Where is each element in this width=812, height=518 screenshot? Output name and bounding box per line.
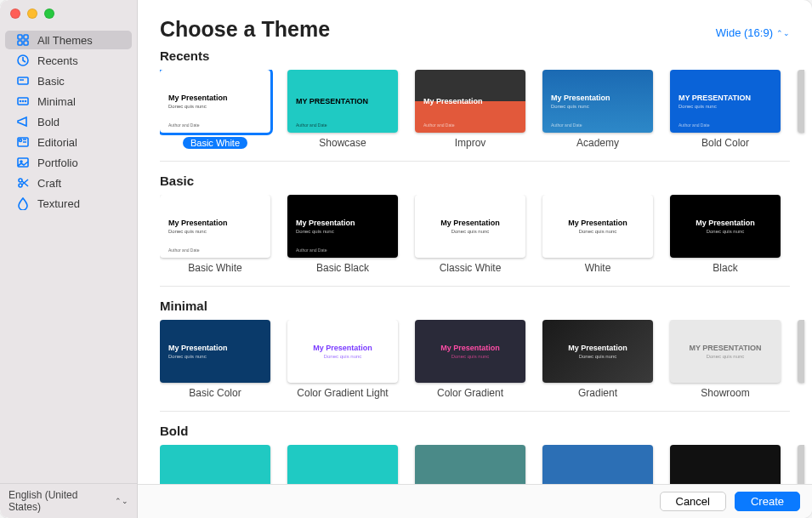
- sidebar-list: All ThemesRecentsBasicMinimalBoldEditori…: [0, 31, 137, 483]
- theme-thumbnail: My PresentationDonec quis nunc: [542, 320, 653, 383]
- sidebar-item-label: Minimal: [37, 95, 76, 108]
- theme-color-gradient[interactable]: My PresentationDonec quis nuncColor Grad…: [415, 320, 525, 399]
- thumb-title: My Presentation: [168, 219, 262, 227]
- theme-grid: My PresentationDonec quis nuncBasic Colo…: [160, 320, 812, 399]
- thumb-subtitle: Donec quis nunc: [679, 104, 772, 109]
- aspect-ratio-select[interactable]: Wide (16:9) ⌃⌄: [716, 26, 790, 39]
- theme-thumbnail: My PresentationDonec quis nunc: [670, 195, 781, 258]
- thumb-author: Author and Date: [168, 122, 199, 128]
- theme-basic-black[interactable]: My PresentationDonec quis nuncAuthor and…: [287, 195, 398, 274]
- theme-gradient[interactable]: My PresentationDonec quis nuncGradient: [542, 320, 653, 399]
- theme-basic-white[interactable]: My PresentationDonec quis nuncAuthor and…: [160, 70, 270, 149]
- svg-point-12: [20, 139, 22, 142]
- theme-thumbnail: My PresentationDonec quis nuncAuthor and…: [160, 70, 270, 133]
- theme-scroll-area[interactable]: RecentsMy PresentationDonec quis nuncAut…: [138, 48, 812, 484]
- theme-improv[interactable]: My PresentationAuthor and DateImprov: [415, 70, 525, 149]
- cancel-button[interactable]: Cancel: [660, 492, 726, 511]
- theme-color-gradient-light[interactable]: My PresentationDonec quis nuncColor Grad…: [287, 320, 398, 399]
- language-label: English (United States): [9, 489, 111, 513]
- sidebar-item-minimal[interactable]: Minimal: [5, 92, 132, 111]
- sidebar: All ThemesRecentsBasicMinimalBoldEditori…: [0, 0, 138, 518]
- thumb-author: Author and Date: [679, 122, 709, 128]
- theme-classic-white[interactable]: My PresentationDonec quis nuncClassic Wh…: [415, 195, 525, 274]
- thumb-title: My Presentation: [568, 344, 627, 352]
- sidebar-item-all-themes[interactable]: All Themes: [5, 31, 132, 49]
- theme-label: Basic White: [183, 137, 247, 149]
- language-select[interactable]: English (United States) ⌃⌄: [0, 483, 137, 518]
- theme-basic-white[interactable]: My PresentationDonec quis nuncAuthor and…: [160, 195, 270, 274]
- zoom-window-button[interactable]: [44, 9, 54, 19]
- create-button[interactable]: Create: [735, 492, 800, 511]
- thumb-title: My Presentation: [313, 344, 372, 352]
- sidebar-item-editorial[interactable]: Editorial: [5, 133, 132, 151]
- theme-showroom[interactable]: MY PRESENTATIONDonec quis nuncShowroom: [670, 320, 781, 399]
- thumb-subtitle: Donec quis nunc: [551, 104, 644, 109]
- thumb-subtitle: Donec quis nunc: [296, 229, 389, 234]
- thumb-subtitle: Donec quis nunc: [451, 354, 490, 359]
- theme-label: Basic White: [188, 262, 241, 274]
- theme-showcase[interactable]: MY PRESENTATIONAuthor and DateShowcase: [287, 70, 398, 149]
- section-title: Bold: [160, 424, 812, 438]
- theme-white[interactable]: My PresentationDonec quis nuncWhite: [542, 195, 653, 274]
- svg-rect-0: [18, 35, 22, 39]
- theme-bold-color[interactable]: MY PRESENTATIONDonec quis nuncAuthor and…: [670, 70, 781, 149]
- minimize-window-button[interactable]: [27, 9, 37, 19]
- theme-academy[interactable]: My PresentationDonec quis nuncAuthor and…: [542, 70, 653, 149]
- photo-icon: [15, 156, 31, 169]
- svg-point-10: [26, 101, 26, 102]
- clock-icon: [15, 54, 31, 67]
- theme-thumbnail: [287, 445, 398, 484]
- theme-item[interactable]: [415, 445, 525, 484]
- thumb-author: Author and Date: [296, 248, 327, 253]
- thumb-title: My Presentation: [551, 94, 644, 102]
- window-controls: [0, 0, 65, 27]
- theme-thumbnail: MY PRESENTATIONDonec quis nunc: [670, 320, 781, 383]
- theme-item[interactable]: [287, 445, 398, 484]
- svg-rect-3: [24, 41, 28, 45]
- thumb-author: Author and Date: [551, 122, 582, 128]
- close-window-button[interactable]: [10, 9, 20, 19]
- sidebar-item-textured[interactable]: Textured: [5, 194, 132, 213]
- theme-item[interactable]: [670, 445, 781, 484]
- theme-thumbnail: My PresentationDonec quis nunc: [415, 195, 525, 258]
- theme-label: White: [585, 262, 611, 274]
- sidebar-item-portfolio[interactable]: Portfolio: [5, 153, 132, 172]
- sidebar-item-label: All Themes: [37, 34, 93, 47]
- sidebar-item-bold[interactable]: Bold: [5, 112, 132, 131]
- theme-thumbnail: MY PRESENTATIONDonec quis nuncAuthor and…: [670, 70, 781, 133]
- section-recents: RecentsMy PresentationDonec quis nuncAut…: [160, 48, 812, 149]
- sidebar-item-craft[interactable]: Craft: [5, 174, 132, 192]
- text-icon: [15, 94, 31, 108]
- theme-thumbnail: MY PRESENTATIONAuthor and Date: [287, 70, 398, 133]
- sidebar-item-label: Textured: [37, 197, 80, 210]
- svg-point-18: [19, 184, 22, 187]
- sidebar-item-label: Basic: [37, 75, 65, 88]
- thumb-subtitle: Donec quis nunc: [168, 104, 262, 109]
- chevron-updown-icon: ⌃⌄: [776, 29, 790, 37]
- theme-chooser-window: All ThemesRecentsBasicMinimalBoldEditori…: [0, 0, 812, 518]
- card-icon: [15, 74, 31, 88]
- theme-thumbnail: My PresentationDonec quis nuncAuthor and…: [160, 195, 270, 258]
- theme-grid: [160, 445, 812, 484]
- thumb-title: My Presentation: [440, 344, 500, 352]
- sidebar-item-recents[interactable]: Recents: [5, 51, 132, 70]
- section-title: Basic: [160, 174, 812, 188]
- thumb-subtitle: Donec quis nunc: [707, 354, 745, 359]
- theme-item[interactable]: [542, 445, 653, 484]
- svg-point-16: [20, 161, 22, 162]
- thumb-title: My Presentation: [696, 219, 755, 227]
- theme-black[interactable]: My PresentationDonec quis nuncBlack: [670, 195, 781, 274]
- theme-thumbnail: My PresentationDonec quis nuncAuthor and…: [542, 70, 653, 133]
- section-title: Minimal: [160, 299, 812, 313]
- theme-label: Classic White: [440, 262, 502, 274]
- aspect-label: Wide (16:9): [716, 26, 773, 39]
- theme-item[interactable]: [160, 445, 270, 484]
- theme-thumbnail: My PresentationAuthor and Date: [415, 70, 525, 133]
- sidebar-item-basic[interactable]: Basic: [5, 71, 132, 90]
- sidebar-item-label: Portfolio: [37, 157, 78, 169]
- theme-label: Academy: [576, 137, 619, 149]
- theme-basic-color[interactable]: My PresentationDonec quis nuncBasic Colo…: [160, 320, 270, 399]
- thumb-subtitle: Donec quis nunc: [579, 354, 617, 359]
- sidebar-item-label: Editorial: [37, 136, 77, 149]
- theme-thumbnail: My PresentationDonec quis nuncAuthor and…: [287, 195, 398, 258]
